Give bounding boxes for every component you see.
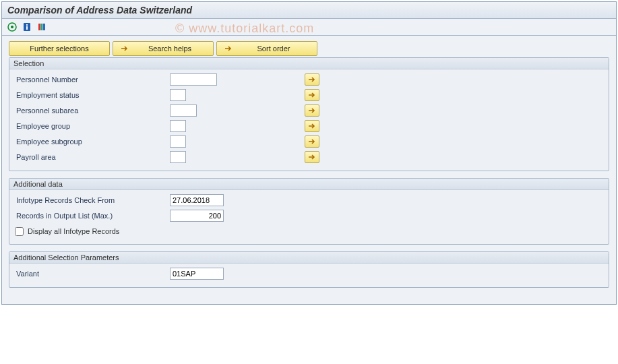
svg-rect-6 [41, 24, 43, 30]
group-header: Additional data [9, 179, 609, 190]
group-header: Selection [9, 58, 609, 69]
button-label: Further selections [16, 44, 102, 53]
variant-input[interactable] [170, 268, 224, 280]
field-label: Employee group [15, 122, 170, 130]
info-icon[interactable] [21, 21, 33, 33]
sort-order-button[interactable]: Sort order [216, 41, 317, 56]
multiple-selection-button[interactable] [305, 151, 319, 163]
field-label: Infotype Records Check From [15, 196, 170, 204]
multiple-selection-button[interactable] [305, 135, 319, 148]
button-label: Search helps [133, 44, 206, 53]
color-legend-icon[interactable] [36, 21, 48, 33]
search-helps-button[interactable]: Search helps [113, 41, 214, 56]
further-selections-button[interactable]: Further selections [9, 41, 110, 56]
personnel-subarea-input[interactable] [170, 104, 197, 117]
row-personnel-number: Personnel Number [15, 72, 603, 87]
employment-status-input[interactable] [170, 89, 186, 101]
row-employment-status: Employment status [15, 88, 603, 102]
additional-data-group: Additional data Infotype Records Check F… [9, 178, 609, 245]
field-label: Variant [15, 270, 170, 278]
personnel-number-input[interactable] [170, 73, 217, 86]
row-max-records: Records in Output List (Max.) [15, 208, 603, 223]
field-label: Personnel Number [15, 75, 170, 84]
row-employee-subgroup: Employee subgroup [15, 134, 603, 149]
svg-rect-7 [43, 24, 45, 30]
row-variant: Variant [15, 266, 603, 281]
multiple-selection-button[interactable] [305, 89, 319, 101]
svg-rect-5 [38, 24, 40, 30]
button-label: Sort order [237, 44, 310, 53]
max-records-input[interactable] [170, 210, 224, 222]
selection-params-group: Additional Selection Parameters Variant [9, 251, 609, 288]
selection-group: Selection Personnel Number Employment st… [9, 57, 609, 171]
payroll-area-input[interactable] [170, 151, 186, 163]
svg-rect-4 [26, 26, 28, 30]
row-employee-group: Employee group [15, 119, 603, 133]
multiple-selection-button[interactable] [305, 73, 319, 86]
employee-subgroup-input[interactable] [170, 135, 186, 148]
field-label: Payroll area [15, 153, 170, 161]
svg-point-1 [11, 26, 13, 28]
app-toolbar [2, 19, 616, 36]
display-all-checkbox[interactable] [15, 227, 24, 236]
field-label: Personnel subarea [15, 107, 170, 115]
group-header: Additional Selection Parameters [9, 252, 609, 264]
field-label: Records in Output List (Max.) [15, 212, 170, 220]
field-label: Employment status [15, 91, 170, 99]
arrow-right-icon [224, 44, 233, 53]
top-button-row: Further selections Search helps Sort ord… [9, 41, 609, 56]
field-label: Employee subgroup [15, 138, 170, 146]
svg-rect-3 [26, 24, 28, 26]
row-check-from: Infotype Records Check From [15, 193, 603, 208]
execute-icon[interactable] [6, 21, 18, 33]
check-from-input[interactable] [170, 194, 224, 206]
arrow-right-icon [120, 44, 129, 53]
page-title: Comparison of Address Data Switzerland [2, 2, 616, 19]
multiple-selection-button[interactable] [305, 120, 319, 132]
row-payroll-area: Payroll area [15, 150, 603, 164]
row-display-all: Display all Infotype Records [15, 224, 603, 239]
checkbox-label: Display all Infotype Records [28, 227, 119, 235]
row-personnel-subarea: Personnel subarea [15, 103, 603, 118]
employee-group-input[interactable] [170, 120, 186, 132]
multiple-selection-button[interactable] [305, 104, 319, 117]
